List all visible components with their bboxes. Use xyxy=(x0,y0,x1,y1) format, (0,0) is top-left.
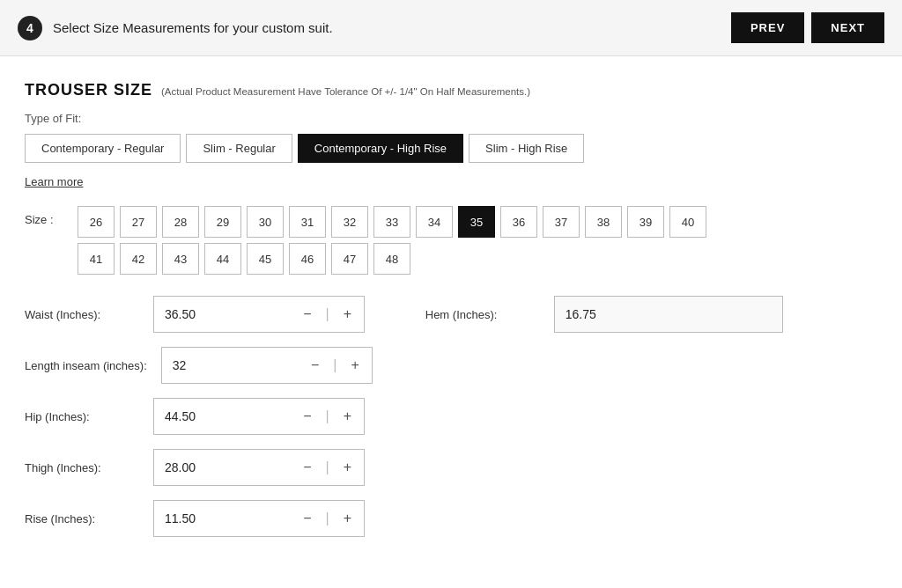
size-selector-row: Size : 262728293031323334353637383940 41… xyxy=(25,206,877,275)
fit-buttons-group: Contemporary - Regular Slim - Regular Co… xyxy=(25,134,877,163)
learn-more-link[interactable]: Learn more xyxy=(25,175,83,188)
waist-divider: | xyxy=(326,306,329,322)
thigh-increment[interactable]: + xyxy=(342,460,353,474)
size-btn-27[interactable]: 27 xyxy=(120,206,157,238)
size-btn-42[interactable]: 42 xyxy=(120,243,157,275)
length-value: 32 xyxy=(173,358,187,372)
hip-label: Hip (Inches): xyxy=(25,410,139,423)
size-btn-45[interactable]: 45 xyxy=(247,243,284,275)
size-btn-44[interactable]: 44 xyxy=(204,243,241,275)
size-btn-33[interactable]: 33 xyxy=(373,206,410,238)
step-number: 4 xyxy=(18,16,42,40)
hem-row: Hem (Inches): 16.75 xyxy=(425,296,783,333)
size-btn-30[interactable]: 30 xyxy=(247,206,284,238)
hip-decrement[interactable]: − xyxy=(301,409,313,423)
thigh-divider: | xyxy=(326,459,329,475)
rise-decrement[interactable]: − xyxy=(301,511,313,526)
size-btn-39[interactable]: 39 xyxy=(627,206,664,238)
section-title-main: TROUSER SIZE xyxy=(25,81,152,99)
length-input-wrapper: 32 − | + xyxy=(161,347,373,384)
thigh-value: 28.00 xyxy=(165,460,196,474)
step-info: 4 Select Size Measurements for your cust… xyxy=(18,16,333,40)
length-controls: − | + xyxy=(309,357,361,373)
thigh-row: Thigh (Inches): 28.00 − | + xyxy=(25,449,373,486)
waist-increment[interactable]: + xyxy=(342,307,353,321)
size-btn-41[interactable]: 41 xyxy=(78,243,115,275)
size-btn-34[interactable]: 34 xyxy=(416,206,453,238)
size-btn-36[interactable]: 36 xyxy=(500,206,537,238)
hem-label: Hem (Inches): xyxy=(425,308,540,321)
size-btn-46[interactable]: 46 xyxy=(289,243,326,275)
waist-controls: − | + xyxy=(301,306,353,322)
length-divider: | xyxy=(333,357,336,373)
main-content: TROUSER SIZE (Actual Product Measurement… xyxy=(0,56,902,588)
hip-increment[interactable]: + xyxy=(342,409,353,423)
hem-input-readonly: 16.75 xyxy=(554,296,783,333)
section-title: TROUSER SIZE (Actual Product Measurement… xyxy=(25,81,877,99)
header-title: Select Size Measurements for your custom… xyxy=(53,20,333,35)
fit-btn-slim-high-rise[interactable]: Slim - High Rise xyxy=(469,134,584,163)
fit-btn-contemporary-regular[interactable]: Contemporary - Regular xyxy=(25,134,181,163)
waist-row: Waist (Inches): 36.50 − | + xyxy=(25,296,373,333)
length-decrement[interactable]: − xyxy=(309,358,321,372)
size-btn-31[interactable]: 31 xyxy=(289,206,326,238)
size-btn-32[interactable]: 32 xyxy=(331,206,368,238)
size-btn-37[interactable]: 37 xyxy=(543,206,580,238)
rise-input-wrapper: 11.50 − | + xyxy=(153,500,365,537)
fit-btn-contemporary-high-rise[interactable]: Contemporary - High Rise xyxy=(298,134,463,163)
rise-label: Rise (Inches): xyxy=(25,512,139,526)
size-row-1: 262728293031323334353637383940 xyxy=(78,206,706,238)
size-row-2: 4142434445464748 xyxy=(78,243,706,275)
size-btn-38[interactable]: 38 xyxy=(585,206,622,238)
size-btn-35[interactable]: 35 xyxy=(458,206,495,238)
next-button[interactable]: NEXT xyxy=(811,12,884,43)
measurements-section: Waist (Inches): 36.50 − | + Length insea… xyxy=(25,296,877,537)
size-btn-47[interactable]: 47 xyxy=(331,243,368,275)
size-btn-48[interactable]: 48 xyxy=(373,243,410,275)
size-label: Size : xyxy=(25,206,69,226)
thigh-input-wrapper: 28.00 − | + xyxy=(153,449,365,486)
length-increment[interactable]: + xyxy=(349,358,360,372)
header-buttons: PREV NEXT xyxy=(731,12,884,43)
size-btn-29[interactable]: 29 xyxy=(204,206,241,238)
thigh-label: Thigh (Inches): xyxy=(25,461,139,474)
waist-value: 36.50 xyxy=(165,307,196,321)
hip-row: Hip (Inches): 44.50 − | + xyxy=(25,398,373,435)
rise-divider: | xyxy=(326,511,329,526)
hip-divider: | xyxy=(326,408,329,424)
size-btn-28[interactable]: 28 xyxy=(162,206,199,238)
size-grid: 262728293031323334353637383940 414243444… xyxy=(78,206,706,275)
fit-btn-slim-regular[interactable]: Slim - Regular xyxy=(186,134,292,163)
hem-value: 16.75 xyxy=(566,307,596,321)
thigh-controls: − | + xyxy=(301,459,353,475)
size-btn-43[interactable]: 43 xyxy=(162,243,199,275)
hip-value: 44.50 xyxy=(165,409,196,423)
prev-button[interactable]: PREV xyxy=(731,12,804,43)
header-bar: 4 Select Size Measurements for your cust… xyxy=(0,0,902,56)
waist-input-wrapper: 36.50 − | + xyxy=(153,296,365,333)
rise-row: Rise (Inches): 11.50 − | + xyxy=(25,500,373,537)
rise-value: 11.50 xyxy=(165,511,196,526)
measurements-right: Hem (Inches): 16.75 xyxy=(425,296,783,537)
waist-label: Waist (Inches): xyxy=(25,308,139,321)
length-label: Length inseam (inches): xyxy=(25,359,147,372)
fit-type-label: Type of Fit: xyxy=(25,112,877,125)
section-title-sub: (Actual Product Measurement Have Toleran… xyxy=(161,86,530,97)
hip-controls: − | + xyxy=(301,408,353,424)
size-btn-26[interactable]: 26 xyxy=(78,206,115,238)
rise-increment[interactable]: + xyxy=(342,511,353,526)
hip-input-wrapper: 44.50 − | + xyxy=(153,398,365,435)
rise-controls: − | + xyxy=(301,511,353,526)
measurements-left: Waist (Inches): 36.50 − | + Length insea… xyxy=(25,296,373,537)
waist-decrement[interactable]: − xyxy=(301,307,313,321)
thigh-decrement[interactable]: − xyxy=(301,460,313,474)
length-row: Length inseam (inches): 32 − | + xyxy=(25,347,373,384)
size-btn-40[interactable]: 40 xyxy=(669,206,706,238)
